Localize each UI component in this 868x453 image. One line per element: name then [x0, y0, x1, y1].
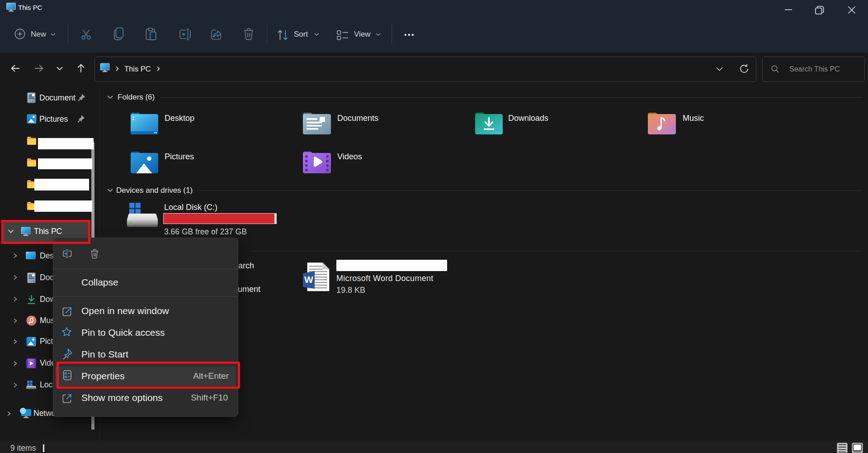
svg-text:W: W	[304, 274, 313, 285]
